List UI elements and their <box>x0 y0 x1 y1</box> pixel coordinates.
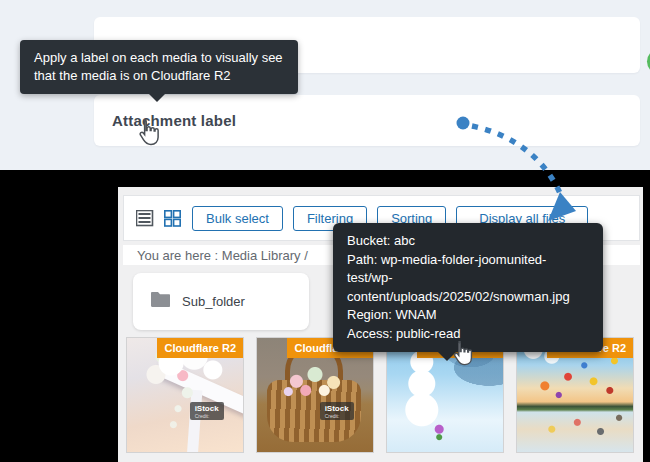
list-view-icon[interactable] <box>136 210 154 227</box>
cloudflare-r2-badge: Cloudflare R2 <box>157 338 243 358</box>
breadcrumb-link[interactable]: You are here : Media Library / <box>137 248 308 263</box>
tooltip-path-line: Path: wp-media-folder-joomunited-test/wp… <box>347 251 589 307</box>
attachment-label-text: Attachment label <box>94 112 236 129</box>
folder-name: Sub_folder <box>182 294 245 309</box>
attachment-thumbnail-wedding[interactable]: iStock Credit: Cloudflare R2 <box>127 338 243 452</box>
settings-section: Attachment label Apply a label on each m… <box>0 0 650 170</box>
attachment-thumbnail-balloons[interactable]: Cloudflare R2 <box>517 338 633 452</box>
folder-item-sub-folder[interactable]: Sub_folder <box>133 273 309 330</box>
grid-view-icon[interactable] <box>164 210 182 227</box>
settings-tooltip: Apply a label on each media to visually … <box>20 40 298 94</box>
bulk-select-button[interactable]: Bulk select <box>192 206 283 231</box>
tooltip-region-line: Region: WNAM <box>347 306 589 325</box>
tooltip-bucket-line: Bucket: abc <box>347 232 589 251</box>
attachment-thumbnail-basket[interactable]: iStock Credit: Cloudflare R2 <box>257 338 373 452</box>
setting-row-attachment-label: Attachment label <box>94 95 640 146</box>
istock-watermark: iStock Credit: <box>190 402 224 420</box>
istock-watermark: iStock Credit: <box>320 402 354 420</box>
tooltip-access-line: Access: public-read <box>347 325 589 344</box>
folder-icon <box>150 291 171 312</box>
r2-info-tooltip: Bucket: abc Path: wp-media-folder-joomun… <box>333 223 603 352</box>
